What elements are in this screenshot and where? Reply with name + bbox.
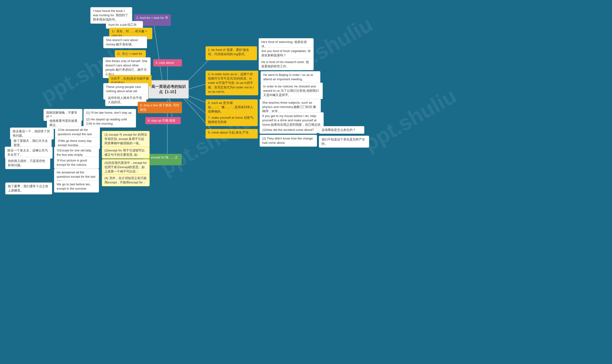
come_q2_cn: 他们不知道这个变化是怎样产生的。 — [319, 136, 369, 148]
come_q1: (1)How did the accident come about? — [260, 126, 317, 134]
order_ex2: In order to be noticed, he shouted and w… — [260, 83, 323, 99]
drop_header: 6. drop a line 留下便条, 写封短信 — [138, 102, 182, 113]
such_as_header: 5. such as 意为'诸如……'、'像……'，是用来列举人或事物的。 — [205, 99, 258, 115]
except_cn3: 除去一个老太太，这辆公共汽车全空了。 — [5, 147, 53, 159]
except_cn4: 你的画儿很好，只是某些色彩有问题。 — [5, 157, 50, 169]
except_note2: (2)except for 用于引进细节以修正句子的主要意思, 如: — [102, 147, 150, 159]
except_ex4: ②Your picture is good except for the col… — [54, 157, 99, 169]
except_cn6: 除了夏季，我们通常十点之前上床睡觉。 — [5, 182, 52, 195]
care_header: 4. care about — [153, 59, 182, 66]
except_note1: (1) except 与 except for 的用法常有区别, except … — [102, 131, 150, 147]
stay_header: 8. stay up 不睡;熬夜 — [145, 117, 181, 124]
come_q1_cn: 这场事故是怎么发生的？ — [319, 126, 364, 134]
stay_ex2: (2) He stayed up reading until 2:00 in t… — [83, 116, 136, 128]
except_note3: (3)但在现代英语中，except for也用于表示except的意思。如上述第… — [102, 159, 150, 176]
order_ex1: He went to Beijing in order / so as to a… — [260, 71, 320, 83]
fond_ex3: He is fond of his research work. 他喜爱他的研究… — [259, 58, 314, 70]
in_order_header: 3. in order to/so as to：这两个词组都可引导不定式/目的状… — [205, 71, 258, 95]
except_ex6: We go to bed before ten, except in the s… — [54, 181, 99, 193]
center-title: 高一英语必考的知识点【1-10】 — [148, 80, 189, 99]
care_mean2: 2）关心 = care for — [115, 50, 146, 57]
care_ex1: She doesn't care about money.她不喜欢钱。 — [103, 36, 147, 48]
watermark-4: ppt.shuliu — [359, 83, 461, 156]
be_fond_header: 1. be fond of '喜爱、爱好'接名词、代词或动词的-ing形式。 — [205, 46, 257, 60]
fond_ex2: Are you fond of fresh vegetables. 你喜欢新鲜蔬… — [259, 47, 314, 59]
make_yourself_header: 7. make yourself at home 别客气;随便使无拘束 — [205, 114, 258, 126]
svg-line-1 — [153, 18, 163, 83]
except_note4: (4) 另外，在介词短语之前只能用except，不能用except for： — [102, 174, 150, 186]
come_about_header: 9. come about 引起;发生;产生 — [205, 129, 258, 139]
come_q2: (2) They didn't know how the change had … — [260, 135, 317, 147]
